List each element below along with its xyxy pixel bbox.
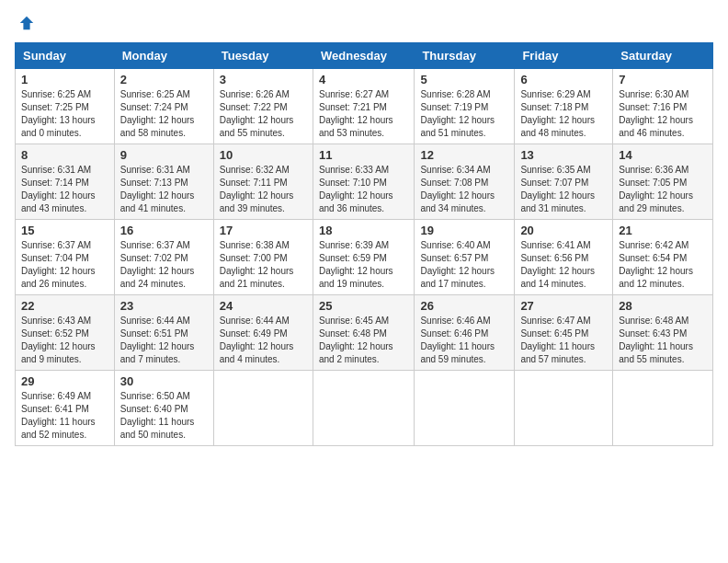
daylight: Daylight: 12 hours and 7 minutes.	[120, 340, 208, 366]
day-number: 29	[21, 374, 108, 388]
sunrise: Sunrise: 6:31 AM	[21, 164, 108, 177]
sunrise: Sunrise: 6:25 AM	[21, 88, 108, 101]
day-info: Sunrise: 6:25 AM Sunset: 7:24 PM Dayligh…	[120, 88, 208, 140]
sunset: Sunset: 6:45 PM	[520, 327, 607, 340]
calendar-cell	[515, 371, 613, 446]
sunset: Sunset: 6:40 PM	[120, 403, 208, 416]
day-info: Sunrise: 6:32 AM Sunset: 7:11 PM Dayligh…	[220, 164, 307, 215]
daylight: Daylight: 12 hours and 58 minutes.	[120, 114, 208, 140]
calendar-cell: 16 Sunrise: 6:37 AM Sunset: 7:02 PM Dayl…	[114, 220, 213, 295]
day-info: Sunrise: 6:49 AM Sunset: 6:41 PM Dayligh…	[21, 390, 108, 442]
calendar-cell: 14 Sunrise: 6:36 AM Sunset: 7:05 PM Dayl…	[613, 144, 713, 220]
sunrise: Sunrise: 6:41 AM	[520, 239, 607, 252]
sunset: Sunset: 7:04 PM	[21, 252, 108, 265]
daylight: Daylight: 12 hours and 4 minutes.	[220, 340, 307, 366]
sunset: Sunset: 6:57 PM	[420, 252, 508, 265]
daylight: Daylight: 12 hours and 39 minutes.	[220, 190, 307, 215]
sunrise: Sunrise: 6:49 AM	[21, 390, 108, 403]
sunset: Sunset: 6:54 PM	[619, 252, 707, 265]
sunrise: Sunrise: 6:25 AM	[120, 88, 208, 101]
sunset: Sunset: 7:08 PM	[420, 177, 508, 190]
sunset: Sunset: 7:07 PM	[520, 177, 607, 190]
day-info: Sunrise: 6:35 AM Sunset: 7:07 PM Dayligh…	[520, 164, 607, 215]
sunrise: Sunrise: 6:35 AM	[520, 164, 607, 177]
calendar-cell	[313, 371, 414, 446]
calendar-week-4: 22 Sunrise: 6:43 AM Sunset: 6:52 PM Dayl…	[16, 295, 713, 371]
day-info: Sunrise: 6:27 AM Sunset: 7:21 PM Dayligh…	[319, 88, 408, 140]
calendar-cell: 25 Sunrise: 6:45 AM Sunset: 6:48 PM Dayl…	[313, 295, 414, 371]
calendar-cell: 18 Sunrise: 6:39 AM Sunset: 6:59 PM Dayl…	[313, 220, 414, 295]
daylight: Daylight: 12 hours and 17 minutes.	[420, 265, 508, 291]
calendar-cell: 28 Sunrise: 6:48 AM Sunset: 6:43 PM Dayl…	[613, 295, 713, 371]
sunset: Sunset: 7:11 PM	[220, 177, 307, 190]
day-info: Sunrise: 6:44 AM Sunset: 6:51 PM Dayligh…	[120, 315, 208, 366]
sunset: Sunset: 6:41 PM	[21, 403, 108, 416]
day-number: 1	[21, 73, 108, 86]
sunset: Sunset: 7:13 PM	[120, 177, 208, 190]
svg-marker-0	[20, 17, 33, 29]
sunset: Sunset: 7:00 PM	[220, 252, 307, 265]
sunrise: Sunrise: 6:30 AM	[619, 88, 707, 101]
calendar-week-2: 8 Sunrise: 6:31 AM Sunset: 7:14 PM Dayli…	[16, 144, 713, 220]
sunrise: Sunrise: 6:42 AM	[619, 239, 707, 252]
calendar-header-friday: Friday	[515, 43, 613, 69]
calendar-cell	[613, 371, 713, 446]
daylight: Daylight: 11 hours and 55 minutes.	[619, 340, 707, 366]
daylight: Daylight: 12 hours and 36 minutes.	[319, 190, 408, 215]
daylight: Daylight: 12 hours and 26 minutes.	[21, 265, 108, 291]
day-number: 18	[319, 224, 408, 237]
daylight: Daylight: 12 hours and 51 minutes.	[420, 114, 508, 140]
daylight: Daylight: 12 hours and 24 minutes.	[120, 265, 208, 291]
day-number: 10	[220, 148, 307, 162]
calendar-cell: 5 Sunrise: 6:28 AM Sunset: 7:19 PM Dayli…	[415, 69, 515, 144]
day-number: 4	[319, 73, 408, 86]
day-info: Sunrise: 6:50 AM Sunset: 6:40 PM Dayligh…	[120, 390, 208, 442]
day-number: 22	[21, 299, 108, 313]
sunset: Sunset: 7:22 PM	[220, 101, 307, 114]
logo-icon	[18, 15, 35, 31]
calendar-cell: 9 Sunrise: 6:31 AM Sunset: 7:13 PM Dayli…	[114, 144, 213, 220]
day-info: Sunrise: 6:44 AM Sunset: 6:49 PM Dayligh…	[220, 315, 307, 366]
sunset: Sunset: 6:59 PM	[319, 252, 408, 265]
day-number: 16	[120, 224, 208, 237]
calendar-week-3: 15 Sunrise: 6:37 AM Sunset: 7:04 PM Dayl…	[16, 220, 713, 295]
day-number: 27	[520, 299, 607, 313]
sunrise: Sunrise: 6:47 AM	[520, 315, 607, 327]
calendar-cell: 17 Sunrise: 6:38 AM Sunset: 7:00 PM Dayl…	[213, 220, 313, 295]
sunrise: Sunrise: 6:46 AM	[420, 315, 508, 327]
day-number: 13	[520, 148, 607, 162]
page-header	[15, 15, 713, 31]
daylight: Daylight: 12 hours and 14 minutes.	[520, 265, 607, 291]
sunrise: Sunrise: 6:37 AM	[21, 239, 108, 252]
daylight: Daylight: 12 hours and 29 minutes.	[619, 190, 707, 215]
calendar-cell: 3 Sunrise: 6:26 AM Sunset: 7:22 PM Dayli…	[213, 69, 313, 144]
calendar-cell: 13 Sunrise: 6:35 AM Sunset: 7:07 PM Dayl…	[515, 144, 613, 220]
day-info: Sunrise: 6:29 AM Sunset: 7:18 PM Dayligh…	[520, 88, 607, 140]
day-info: Sunrise: 6:40 AM Sunset: 6:57 PM Dayligh…	[420, 239, 508, 291]
daylight: Daylight: 12 hours and 19 minutes.	[319, 265, 408, 291]
sunrise: Sunrise: 6:28 AM	[420, 88, 508, 101]
day-number: 5	[420, 73, 508, 86]
daylight: Daylight: 12 hours and 46 minutes.	[619, 114, 707, 140]
day-number: 12	[420, 148, 508, 162]
day-number: 26	[420, 299, 508, 313]
sunset: Sunset: 6:46 PM	[420, 327, 508, 340]
sunrise: Sunrise: 6:45 AM	[319, 315, 408, 327]
calendar-cell: 26 Sunrise: 6:46 AM Sunset: 6:46 PM Dayl…	[415, 295, 515, 371]
calendar-cell: 21 Sunrise: 6:42 AM Sunset: 6:54 PM Dayl…	[613, 220, 713, 295]
sunset: Sunset: 7:10 PM	[319, 177, 408, 190]
calendar-cell: 27 Sunrise: 6:47 AM Sunset: 6:45 PM Dayl…	[515, 295, 613, 371]
sunset: Sunset: 7:24 PM	[120, 101, 208, 114]
day-info: Sunrise: 6:38 AM Sunset: 7:00 PM Dayligh…	[220, 239, 307, 291]
calendar-header-saturday: Saturday	[613, 43, 713, 69]
day-info: Sunrise: 6:45 AM Sunset: 6:48 PM Dayligh…	[319, 315, 408, 366]
day-info: Sunrise: 6:48 AM Sunset: 6:43 PM Dayligh…	[619, 315, 707, 366]
sunset: Sunset: 6:49 PM	[220, 327, 307, 340]
sunrise: Sunrise: 6:44 AM	[220, 315, 307, 327]
sunset: Sunset: 7:21 PM	[319, 101, 408, 114]
daylight: Daylight: 11 hours and 50 minutes.	[120, 416, 208, 442]
day-info: Sunrise: 6:37 AM Sunset: 7:02 PM Dayligh…	[120, 239, 208, 291]
sunset: Sunset: 6:43 PM	[619, 327, 707, 340]
calendar-cell: 6 Sunrise: 6:29 AM Sunset: 7:18 PM Dayli…	[515, 69, 613, 144]
sunrise: Sunrise: 6:39 AM	[319, 239, 408, 252]
